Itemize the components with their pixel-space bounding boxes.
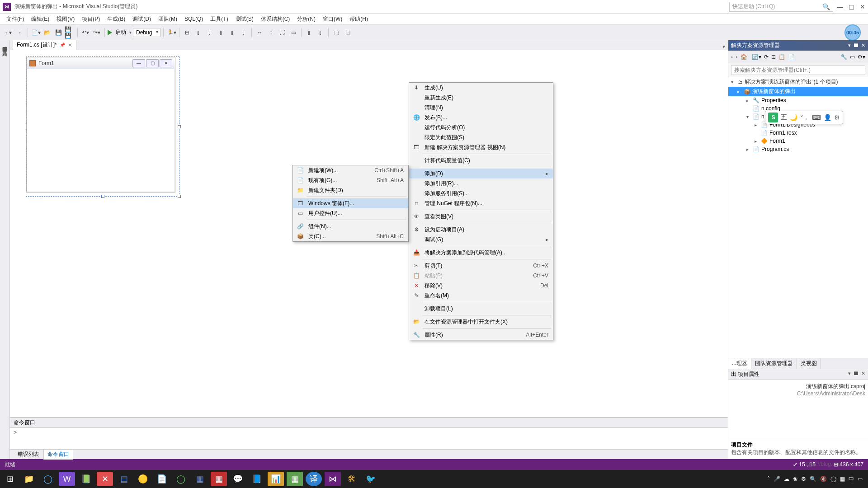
panel-close-icon[interactable]: ✕ (861, 371, 865, 378)
context-menu-item[interactable]: 📄现有项(G)...Shift+Alt+A (293, 175, 408, 185)
refresh-icon[interactable]: ⟳ (764, 54, 769, 60)
start-button[interactable]: ⊞ (2, 472, 18, 486)
close-tab-icon[interactable]: ✕ (68, 42, 72, 48)
save-icon[interactable]: 💾 (53, 28, 63, 38)
menu-edit[interactable]: 编辑(E) (28, 14, 52, 24)
resize-handle-e[interactable] (178, 125, 181, 128)
project-context-menu[interactable]: ⬇生成(U)重新生成(E)清理(N)🌐发布(B)...运行代码分析(O)限定为此… (409, 82, 553, 340)
context-menu-item[interactable]: 清理(N) (409, 103, 553, 113)
order-icon-1[interactable]: ⬚ (331, 28, 341, 38)
tray-notification-icon[interactable]: ▭ (858, 476, 863, 482)
tray-icon[interactable]: ◯ (830, 476, 836, 482)
context-menu-item[interactable]: ▭用户控件(U)... (293, 208, 408, 218)
context-menu-item[interactable]: 🗔Windows 窗体(F)... (293, 198, 408, 208)
app-icon[interactable]: 🛠 (344, 472, 360, 486)
system-tray[interactable]: ˄ 🎤 ☁ ❀ ⚙ 🔍 🔇 ◯ ▦ 中 ▭ (767, 475, 866, 483)
context-menu-item[interactable]: 调试(G)▸ (409, 235, 553, 244)
context-menu-item[interactable]: ✎重命名(M) (409, 291, 553, 300)
form-client-area[interactable] (27, 69, 175, 192)
tray-chevron-icon[interactable]: ˄ (767, 476, 770, 482)
preview-icon[interactable]: ▭ (850, 54, 855, 60)
menu-build[interactable]: 生成(B) (104, 14, 128, 24)
project-node[interactable]: ▸📦 演练新窗体的弹出 (728, 87, 868, 96)
menu-file[interactable]: 文件(F) (4, 14, 27, 24)
context-menu-item[interactable]: 🌐发布(B)... (409, 113, 553, 122)
tray-icon[interactable]: ⚙ (801, 476, 806, 482)
order-icon-2[interactable]: ⬚ (343, 28, 353, 38)
start-label[interactable]: 启动 (113, 28, 128, 36)
menu-sql[interactable]: SQL(Q) (182, 14, 206, 23)
panel-dropdown-icon[interactable]: ▾ (848, 371, 851, 378)
context-menu-item[interactable]: 🔗组件(N)... (293, 221, 408, 231)
file-explorer-icon[interactable]: 📁 (21, 472, 37, 486)
solution-node[interactable]: ▾🗂 解决方案"演练新窗体的弹出"(1 个项目) (728, 77, 868, 87)
tray-icon[interactable]: ▦ (840, 476, 845, 482)
visual-studio-icon[interactable]: ⋈ (325, 472, 341, 486)
collapse-icon[interactable]: ⊟ (771, 54, 776, 60)
browser-icon[interactable]: ◯ (40, 472, 56, 486)
app-icon[interactable]: 译 (306, 472, 322, 486)
size-icon-4[interactable]: ▭ (288, 28, 298, 38)
more-icon[interactable]: ⚙▾ (858, 54, 865, 60)
class-view-tab[interactable]: 类视图 (797, 358, 821, 369)
menu-project[interactable]: 项目(P) (79, 14, 103, 24)
context-menu-item[interactable]: 添加服务引用(S)... (409, 188, 553, 198)
ime-icon[interactable]: 👤 (824, 114, 831, 121)
document-tab[interactable]: Form1.cs [设计]* 📌 ✕ (13, 40, 76, 50)
nav-back-icon[interactable]: ◦ ▾ (4, 28, 14, 38)
minimize-icon[interactable]: — (837, 3, 843, 10)
app-icon[interactable]: 📊 (268, 472, 284, 486)
save-all-icon[interactable]: 💾💾 (65, 28, 75, 38)
tree-node[interactable]: 📄 Form1.resx (728, 129, 868, 137)
size-icon-3[interactable]: ⛶ (277, 28, 287, 38)
show-all-icon[interactable]: 📋 (778, 54, 785, 60)
app-icon[interactable]: ✕ (97, 472, 113, 486)
ime-settings-icon[interactable]: ⚙ (834, 114, 840, 121)
align-icon-5[interactable]: ⫿ (227, 28, 237, 38)
new-project-icon[interactable]: 📄▾ (31, 28, 41, 38)
start-debug-icon[interactable] (108, 30, 112, 35)
tray-icon[interactable]: ❀ (793, 476, 797, 482)
menu-help[interactable]: 帮助(H) (347, 14, 371, 24)
context-menu-item[interactable]: ⌗管理 NuGet 程序包(N)... (409, 198, 553, 208)
resize-handle-se[interactable] (178, 195, 181, 198)
context-menu-item[interactable]: 🔧属性(R)Alt+Enter (409, 330, 553, 340)
context-menu-item[interactable]: 添加引用(R)... (409, 178, 553, 188)
size-icon-1[interactable]: ↔ (255, 28, 264, 38)
tray-icon[interactable]: 🎤 (774, 476, 780, 482)
app-icon[interactable]: ▦ (211, 472, 227, 486)
app-icon[interactable]: ▦ (287, 472, 303, 486)
context-menu-item[interactable]: ⚙设为启动项目(A) (409, 225, 553, 235)
context-menu-item[interactable]: 📂在文件资源管理器中打开文件夹(X) (409, 317, 553, 327)
panel-close-icon[interactable]: ✕ (861, 42, 865, 48)
spacing-icon-2[interactable]: ⫿ (316, 28, 326, 38)
menu-architecture[interactable]: 体系结构(C) (258, 14, 293, 24)
context-menu-item[interactable]: 运行代码分析(O) (409, 122, 553, 132)
add-submenu[interactable]: 📄新建项(W)...Ctrl+Shift+A📄现有项(G)...Shift+Al… (292, 165, 409, 242)
start-dropdown-icon[interactable]: ▾ (129, 30, 132, 35)
nav-fwd-icon[interactable]: ◦ (15, 28, 25, 38)
tray-volume-icon[interactable]: 🔇 (820, 476, 827, 482)
ime-icon[interactable]: °， (800, 113, 809, 122)
context-menu-item[interactable]: ⬇生成(U) (409, 83, 553, 93)
notepad-icon[interactable]: 📄 (154, 472, 170, 486)
command-window-tab[interactable]: 命令窗口 (43, 449, 73, 460)
menu-debug[interactable]: 调试(D) (130, 14, 154, 24)
app-icon[interactable]: 📘 (249, 472, 265, 486)
app-icon[interactable]: 📗 (78, 472, 94, 486)
undo-icon[interactable]: ↶▾ (80, 28, 90, 38)
team-explorer-tab[interactable]: 团队资源管理器 (751, 358, 797, 369)
pin-icon[interactable]: 📌 (60, 42, 65, 47)
context-menu-item[interactable]: 重新生成(E) (409, 93, 553, 103)
menu-analyze[interactable]: 分析(N) (294, 14, 318, 24)
context-menu-item[interactable]: 限定为此范围(S) (409, 132, 553, 142)
size-icon-2[interactable]: ↕ (266, 28, 276, 38)
app-icon[interactable]: ▦ (192, 472, 208, 486)
ime-keyboard-icon[interactable]: ⌨ (812, 114, 821, 121)
tray-icon[interactable]: ☁ (784, 476, 789, 482)
context-menu-item[interactable]: 添加(D)▸ (409, 169, 553, 178)
menu-window[interactable]: 窗口(W) (320, 14, 345, 24)
back-icon[interactable]: ◦ (731, 54, 733, 60)
quick-launch-input[interactable]: 快速启动 (Ctrl+Q) 🔍 (729, 2, 833, 12)
tree-node[interactable]: ▸🔧 Properties (728, 96, 868, 104)
